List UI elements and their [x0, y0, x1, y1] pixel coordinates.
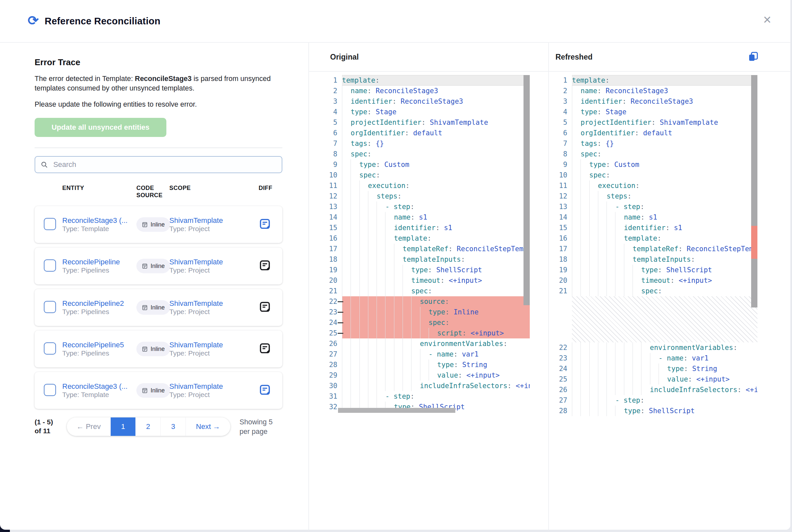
line-number: 24 [555, 363, 572, 374]
line-number: 28 [555, 405, 572, 416]
code-line: 27- name: var1 [325, 349, 530, 360]
horizontal-scrollbar[interactable] [338, 408, 455, 413]
removed-line-marker [338, 322, 343, 323]
entity-link[interactable]: ReconcilePipeline5 [62, 341, 136, 349]
line-number: 9 [555, 159, 572, 170]
code-line: 22environmentVariables: [555, 342, 757, 353]
code-line: 4type: Stage [325, 107, 530, 117]
line-number: 19 [325, 265, 342, 275]
line-number: 9 [325, 159, 342, 170]
error-trace-heading: Error Trace [35, 57, 282, 68]
diff-button[interactable] [259, 259, 271, 272]
col-code-source: CODE SOURCE [136, 184, 169, 199]
line-number: 27 [555, 395, 572, 405]
diff-note-icon [259, 383, 271, 396]
entity-link[interactable]: ReconcileStage3 (... [62, 216, 136, 225]
inline-badge-label: Inline [151, 387, 165, 394]
diff-button[interactable] [259, 301, 271, 314]
line-number: 20 [325, 275, 342, 286]
line-number: 10 [325, 170, 342, 180]
error-trace-panel: Error Trace The error detected in Templa… [35, 43, 282, 437]
line-number: 30 [325, 381, 342, 391]
code-line: 19type: ShellScript [555, 265, 757, 275]
line-number: 29 [325, 370, 342, 381]
code-line: 13- step: [555, 202, 757, 212]
line-number: 11 [555, 180, 572, 191]
entity-link[interactable]: ReconcileStage3 (... [62, 382, 136, 391]
line-number: 13 [555, 202, 572, 212]
scope-link[interactable]: ShivamTemplate [169, 299, 259, 308]
code-line: 11execution: [555, 180, 757, 191]
inline-badge: Inline [136, 383, 170, 398]
entity-link[interactable]: ReconcilePipeline [62, 258, 136, 266]
reference-reconciliation-dialog: ⟳ Reference Reconciliation × Error Trace… [0, 0, 790, 530]
diff-area: Original 1template:2name: ReconcileStage… [308, 43, 790, 530]
vertical-scrollbar[interactable] [751, 75, 757, 307]
pager: ← Prev123Next → [67, 417, 230, 436]
inline-badge: Inline [136, 300, 170, 315]
code-line: 1template: [555, 75, 757, 86]
inline-badge-label: Inline [151, 304, 165, 311]
search-icon [40, 161, 48, 169]
line-number: 2 [325, 86, 342, 96]
entity-type: Type: Template [62, 391, 109, 398]
line-number: 27 [325, 349, 342, 360]
line-number: 1 [325, 75, 342, 86]
copy-icon[interactable] [748, 51, 759, 63]
code-line: 13- step: [325, 202, 530, 212]
line-number: 1 [555, 75, 572, 86]
row-checkbox[interactable] [44, 342, 56, 355]
code-line: 28type: ShellScript [555, 405, 757, 416]
scope-link[interactable]: ShivamTemplate [169, 216, 259, 225]
line-number: 15 [555, 223, 572, 233]
yaml-file-icon [142, 263, 148, 269]
code-line: 3identifier: ReconcileStage3 [325, 96, 530, 107]
page-button-3[interactable]: 3 [161, 417, 185, 436]
template-name-bold: ReconcileStage3 [135, 75, 191, 83]
page-button-2[interactable]: 2 [135, 417, 161, 436]
row-checkbox[interactable] [44, 260, 56, 271]
close-icon[interactable]: × [761, 13, 773, 27]
scope-link[interactable]: ShivamTemplate [169, 341, 259, 349]
refreshed-title: Refreshed [555, 53, 592, 61]
diff-button[interactable] [259, 383, 271, 397]
line-number: 25 [555, 374, 572, 384]
scope-link[interactable]: ShivamTemplate [169, 382, 259, 391]
removed-line-marker [338, 312, 343, 313]
code-line: 21spec: [325, 286, 530, 296]
page-button-1[interactable]: 1 [110, 417, 135, 436]
code-line: 26includeInfraSelectors: <+in [555, 384, 757, 395]
code-line: 12steps: [555, 191, 757, 202]
code-line: 10spec: [555, 170, 757, 180]
line-number: 18 [325, 254, 342, 265]
diff-note-icon [259, 259, 271, 271]
sync-icon: ⟳ [28, 14, 39, 27]
code-line: 24spec: [325, 317, 530, 328]
diff-button[interactable] [259, 217, 271, 231]
removed-line-marker [338, 333, 343, 334]
original-code-lines: 1template:2name: ReconcileStage33identif… [325, 75, 530, 412]
code-line: 9type: Custom [555, 159, 757, 170]
row-checkbox[interactable] [44, 218, 56, 230]
next-page-button[interactable]: Next → [185, 417, 230, 436]
update-all-unsynced-button[interactable]: Update all unsynced entities [35, 118, 166, 137]
entity-link[interactable]: ReconcilePipeline2 [62, 299, 136, 308]
row-checkbox[interactable] [44, 301, 56, 313]
inline-badge: Inline [136, 217, 170, 232]
diff-button[interactable] [259, 342, 271, 356]
line-number: 8 [325, 149, 342, 159]
row-checkbox[interactable] [44, 384, 56, 396]
pagination-range: (1 - 5) of 11 [35, 417, 61, 435]
line-number: 6 [325, 128, 342, 138]
code-line: 9type: Custom [325, 159, 530, 170]
prev-page-button[interactable]: ← Prev [67, 417, 110, 436]
scope-link[interactable]: ShivamTemplate [169, 258, 259, 266]
vertical-scrollbar[interactable] [523, 75, 530, 305]
inline-badge-label: Inline [151, 221, 165, 228]
entity-type: Type: Pipelines [62, 349, 109, 357]
entity-type: Type: Pipelines [62, 266, 109, 274]
refreshed-code-panel: 1template:2name: ReconcileStage33identif… [555, 75, 757, 417]
code-line: 4type: Stage [555, 107, 757, 117]
diff-note-icon [259, 301, 271, 313]
search-input[interactable] [53, 160, 276, 169]
